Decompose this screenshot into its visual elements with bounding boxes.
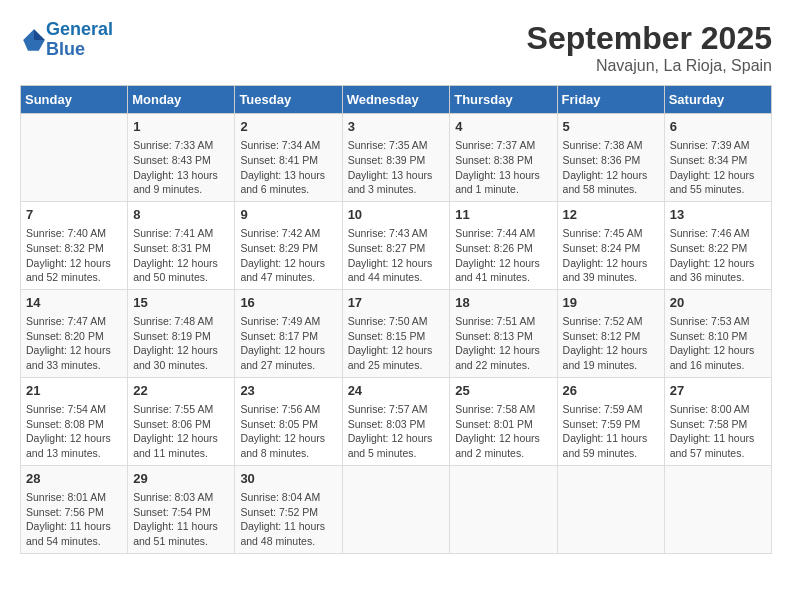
day-number: 14 <box>26 294 122 312</box>
calendar-day: 12Sunrise: 7:45 AMSunset: 8:24 PMDayligh… <box>557 201 664 289</box>
day-info: Sunrise: 7:43 AMSunset: 8:27 PMDaylight:… <box>348 226 445 285</box>
logo-icon <box>22 28 46 52</box>
calendar-day: 9Sunrise: 7:42 AMSunset: 8:29 PMDaylight… <box>235 201 342 289</box>
day-info: Sunrise: 8:03 AMSunset: 7:54 PMDaylight:… <box>133 490 229 549</box>
calendar-day: 6Sunrise: 7:39 AMSunset: 8:34 PMDaylight… <box>664 114 771 202</box>
calendar-week-2: 7Sunrise: 7:40 AMSunset: 8:32 PMDaylight… <box>21 201 772 289</box>
day-number: 24 <box>348 382 445 400</box>
day-info: Sunrise: 7:34 AMSunset: 8:41 PMDaylight:… <box>240 138 336 197</box>
calendar-day: 8Sunrise: 7:41 AMSunset: 8:31 PMDaylight… <box>128 201 235 289</box>
calendar-day: 16Sunrise: 7:49 AMSunset: 8:17 PMDayligh… <box>235 289 342 377</box>
day-number: 17 <box>348 294 445 312</box>
day-info: Sunrise: 7:57 AMSunset: 8:03 PMDaylight:… <box>348 402 445 461</box>
calendar-day: 28Sunrise: 8:01 AMSunset: 7:56 PMDayligh… <box>21 465 128 553</box>
day-number: 1 <box>133 118 229 136</box>
calendar-day: 1Sunrise: 7:33 AMSunset: 8:43 PMDaylight… <box>128 114 235 202</box>
weekday-header-wednesday: Wednesday <box>342 86 450 114</box>
day-number: 27 <box>670 382 766 400</box>
day-number: 7 <box>26 206 122 224</box>
day-info: Sunrise: 7:37 AMSunset: 8:38 PMDaylight:… <box>455 138 551 197</box>
calendar-day: 18Sunrise: 7:51 AMSunset: 8:13 PMDayligh… <box>450 289 557 377</box>
day-info: Sunrise: 7:48 AMSunset: 8:19 PMDaylight:… <box>133 314 229 373</box>
day-info: Sunrise: 7:56 AMSunset: 8:05 PMDaylight:… <box>240 402 336 461</box>
calendar-day <box>342 465 450 553</box>
day-number: 11 <box>455 206 551 224</box>
day-info: Sunrise: 8:00 AMSunset: 7:58 PMDaylight:… <box>670 402 766 461</box>
calendar-day: 21Sunrise: 7:54 AMSunset: 8:08 PMDayligh… <box>21 377 128 465</box>
calendar-week-1: 1Sunrise: 7:33 AMSunset: 8:43 PMDaylight… <box>21 114 772 202</box>
day-info: Sunrise: 7:51 AMSunset: 8:13 PMDaylight:… <box>455 314 551 373</box>
calendar-day: 4Sunrise: 7:37 AMSunset: 8:38 PMDaylight… <box>450 114 557 202</box>
day-number: 13 <box>670 206 766 224</box>
calendar-day: 24Sunrise: 7:57 AMSunset: 8:03 PMDayligh… <box>342 377 450 465</box>
calendar-day: 5Sunrise: 7:38 AMSunset: 8:36 PMDaylight… <box>557 114 664 202</box>
calendar-day <box>450 465 557 553</box>
day-info: Sunrise: 7:45 AMSunset: 8:24 PMDaylight:… <box>563 226 659 285</box>
day-number: 10 <box>348 206 445 224</box>
day-number: 6 <box>670 118 766 136</box>
calendar-body: 1Sunrise: 7:33 AMSunset: 8:43 PMDaylight… <box>21 114 772 554</box>
day-info: Sunrise: 7:46 AMSunset: 8:22 PMDaylight:… <box>670 226 766 285</box>
day-info: Sunrise: 7:33 AMSunset: 8:43 PMDaylight:… <box>133 138 229 197</box>
calendar-day: 7Sunrise: 7:40 AMSunset: 8:32 PMDaylight… <box>21 201 128 289</box>
day-info: Sunrise: 7:41 AMSunset: 8:31 PMDaylight:… <box>133 226 229 285</box>
calendar-day: 17Sunrise: 7:50 AMSunset: 8:15 PMDayligh… <box>342 289 450 377</box>
calendar-day <box>557 465 664 553</box>
calendar-day: 30Sunrise: 8:04 AMSunset: 7:52 PMDayligh… <box>235 465 342 553</box>
page-header: General Blue September 2025 Navajun, La … <box>20 20 772 75</box>
day-number: 22 <box>133 382 229 400</box>
day-number: 26 <box>563 382 659 400</box>
month-title: September 2025 <box>527 20 772 57</box>
day-info: Sunrise: 7:58 AMSunset: 8:01 PMDaylight:… <box>455 402 551 461</box>
calendar-day <box>21 114 128 202</box>
day-number: 30 <box>240 470 336 488</box>
calendar-table: SundayMondayTuesdayWednesdayThursdayFrid… <box>20 85 772 554</box>
weekday-row: SundayMondayTuesdayWednesdayThursdayFrid… <box>21 86 772 114</box>
day-number: 8 <box>133 206 229 224</box>
day-info: Sunrise: 8:01 AMSunset: 7:56 PMDaylight:… <box>26 490 122 549</box>
weekday-header-thursday: Thursday <box>450 86 557 114</box>
title-block: September 2025 Navajun, La Rioja, Spain <box>527 20 772 75</box>
calendar-day: 15Sunrise: 7:48 AMSunset: 8:19 PMDayligh… <box>128 289 235 377</box>
day-info: Sunrise: 7:44 AMSunset: 8:26 PMDaylight:… <box>455 226 551 285</box>
day-info: Sunrise: 7:47 AMSunset: 8:20 PMDaylight:… <box>26 314 122 373</box>
day-info: Sunrise: 7:53 AMSunset: 8:10 PMDaylight:… <box>670 314 766 373</box>
day-number: 29 <box>133 470 229 488</box>
weekday-header-monday: Monday <box>128 86 235 114</box>
weekday-header-friday: Friday <box>557 86 664 114</box>
calendar-day: 27Sunrise: 8:00 AMSunset: 7:58 PMDayligh… <box>664 377 771 465</box>
svg-marker-1 <box>34 29 45 40</box>
logo: General Blue <box>20 20 113 60</box>
calendar-day: 20Sunrise: 7:53 AMSunset: 8:10 PMDayligh… <box>664 289 771 377</box>
calendar-day <box>664 465 771 553</box>
day-number: 4 <box>455 118 551 136</box>
day-number: 28 <box>26 470 122 488</box>
location: Navajun, La Rioja, Spain <box>527 57 772 75</box>
day-number: 20 <box>670 294 766 312</box>
calendar-week-5: 28Sunrise: 8:01 AMSunset: 7:56 PMDayligh… <box>21 465 772 553</box>
day-info: Sunrise: 7:55 AMSunset: 8:06 PMDaylight:… <box>133 402 229 461</box>
logo-text: General Blue <box>46 20 113 60</box>
day-info: Sunrise: 7:39 AMSunset: 8:34 PMDaylight:… <box>670 138 766 197</box>
day-number: 19 <box>563 294 659 312</box>
calendar-day: 11Sunrise: 7:44 AMSunset: 8:26 PMDayligh… <box>450 201 557 289</box>
day-info: Sunrise: 7:42 AMSunset: 8:29 PMDaylight:… <box>240 226 336 285</box>
day-info: Sunrise: 7:35 AMSunset: 8:39 PMDaylight:… <box>348 138 445 197</box>
weekday-header-saturday: Saturday <box>664 86 771 114</box>
day-number: 5 <box>563 118 659 136</box>
calendar-day: 14Sunrise: 7:47 AMSunset: 8:20 PMDayligh… <box>21 289 128 377</box>
day-number: 12 <box>563 206 659 224</box>
day-number: 18 <box>455 294 551 312</box>
calendar-day: 13Sunrise: 7:46 AMSunset: 8:22 PMDayligh… <box>664 201 771 289</box>
calendar-day: 22Sunrise: 7:55 AMSunset: 8:06 PMDayligh… <box>128 377 235 465</box>
calendar-day: 23Sunrise: 7:56 AMSunset: 8:05 PMDayligh… <box>235 377 342 465</box>
calendar-day: 3Sunrise: 7:35 AMSunset: 8:39 PMDaylight… <box>342 114 450 202</box>
calendar-header: SundayMondayTuesdayWednesdayThursdayFrid… <box>21 86 772 114</box>
day-number: 3 <box>348 118 445 136</box>
day-info: Sunrise: 7:59 AMSunset: 7:59 PMDaylight:… <box>563 402 659 461</box>
day-info: Sunrise: 7:38 AMSunset: 8:36 PMDaylight:… <box>563 138 659 197</box>
day-number: 15 <box>133 294 229 312</box>
day-number: 16 <box>240 294 336 312</box>
day-info: Sunrise: 7:52 AMSunset: 8:12 PMDaylight:… <box>563 314 659 373</box>
day-number: 23 <box>240 382 336 400</box>
